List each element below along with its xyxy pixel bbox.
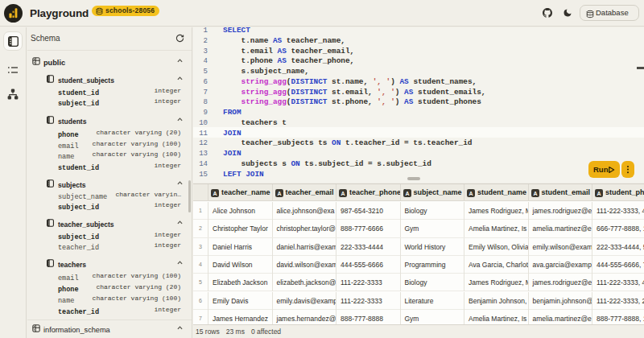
svg-text:A: A (213, 190, 217, 196)
svg-text:A: A (277, 190, 281, 196)
svg-text:A: A (469, 190, 473, 196)
svg-text:A: A (405, 190, 409, 196)
svg-text:A: A (597, 190, 601, 196)
svg-text:A: A (341, 190, 345, 196)
svg-text:A: A (533, 190, 537, 196)
